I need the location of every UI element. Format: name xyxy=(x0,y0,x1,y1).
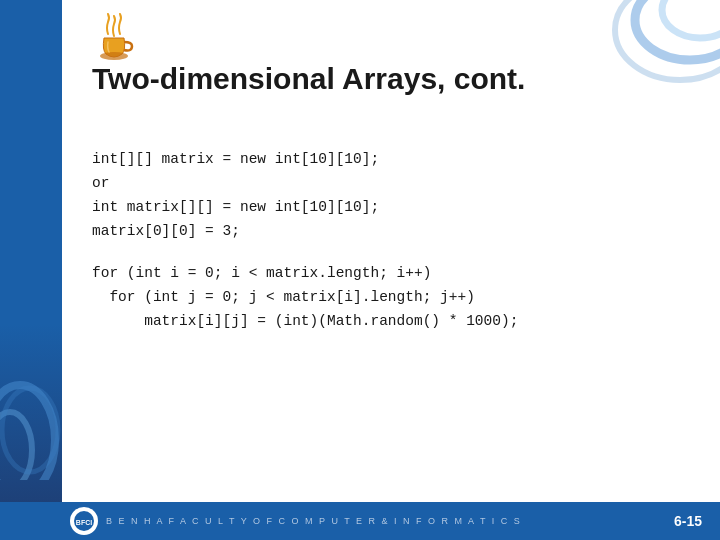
code-line-2: or xyxy=(92,172,700,196)
java-logo xyxy=(90,10,138,66)
code-line-1: int[][] matrix = new int[10][10]; xyxy=(92,148,700,172)
slide: Two-dimensional Arrays, cont. int[][] ma… xyxy=(0,0,720,540)
svg-text:BFCI: BFCI xyxy=(76,519,92,526)
slide-title: Two-dimensional Arrays, cont. xyxy=(92,62,525,96)
svg-point-6 xyxy=(100,52,128,60)
code-line-7: matrix[i][j] = (int)(Math.random() * 100… xyxy=(92,310,700,334)
code-line-3: int matrix[][] = new int[10][10]; xyxy=(92,196,700,220)
code-line-6: for (int j = 0; j < matrix[i].length; j+… xyxy=(92,286,700,310)
bottom-logo-circle: BFCI xyxy=(70,507,98,535)
bottom-bar: BFCI B e n h a f a c u l t y o f c o m p… xyxy=(0,502,720,540)
left-sidebar xyxy=(0,0,62,540)
code-line-4: matrix[0][0] = 3; xyxy=(92,220,700,244)
code-block: int[][] matrix = new int[10][10]; or int… xyxy=(92,148,700,333)
bottom-logo-area: BFCI B e n h a f a c u l t y o f c o m p… xyxy=(70,507,522,535)
svg-point-4 xyxy=(662,0,720,38)
slide-number: 6-15 xyxy=(674,513,702,529)
top-right-decoration xyxy=(590,0,720,100)
sidebar-swirl-icon xyxy=(0,360,70,480)
code-line-5: for (int i = 0; i < matrix.length; i++) xyxy=(92,262,700,286)
bottom-institute-text: B e n h a f a c u l t y o f c o m p u t … xyxy=(106,516,522,526)
